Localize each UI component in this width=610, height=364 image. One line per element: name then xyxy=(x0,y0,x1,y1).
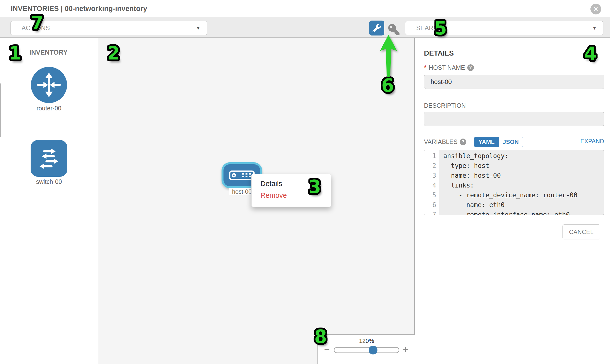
actions-dropdown-label: ACTIONS xyxy=(22,24,50,32)
zoom-slider-track[interactable] xyxy=(334,347,399,353)
key-icon xyxy=(388,24,400,35)
code-line: links: xyxy=(443,181,604,190)
palette-item-switch[interactable] xyxy=(31,140,67,177)
line-number: 3 xyxy=(424,171,439,181)
host-name-label: HOST NAME xyxy=(429,64,465,71)
inventories-topology-page: INVENTORIES | 00-networking-inventory ✕ … xyxy=(0,0,610,364)
tools-button[interactable] xyxy=(369,21,384,36)
line-number: 6 xyxy=(424,200,439,210)
node-context-menu: Details Remove xyxy=(251,174,331,207)
toolbar: ACTIONS ▼ SEARCH ▼ xyxy=(0,17,610,38)
zoom-percentage: 120% xyxy=(334,338,399,344)
zoom-out-button[interactable]: − xyxy=(324,344,329,354)
help-icon[interactable]: ? xyxy=(460,139,466,145)
line-number: 5 xyxy=(424,190,439,200)
line-number: 2 xyxy=(424,161,439,171)
code-line: ansible_topology: xyxy=(443,151,604,161)
required-asterisk: * xyxy=(424,64,427,71)
palette-item-switch-label: switch-00 xyxy=(12,178,86,185)
code-line: remote_interface_name: eth0 xyxy=(443,210,604,215)
variables-format-toggle: YAML JSON xyxy=(474,137,523,147)
chevron-down-icon: ▼ xyxy=(196,26,200,31)
line-number: 4 xyxy=(424,181,439,190)
host-node-label: host-00 xyxy=(229,188,255,195)
line-number: 7 xyxy=(424,210,439,215)
cancel-button[interactable]: CANCEL xyxy=(562,224,600,239)
details-panel: DETAILS * HOST NAME ? DESCRIPTION VARIAB… xyxy=(415,38,610,364)
zoom-slider-handle[interactable] xyxy=(369,346,377,354)
key-button[interactable] xyxy=(388,24,400,36)
sidebar-scrollbar[interactable] xyxy=(0,83,1,137)
code-line: type: host xyxy=(443,161,604,171)
line-number: 1 xyxy=(424,151,439,161)
menu-item-details[interactable]: Details xyxy=(252,178,331,189)
host-name-input[interactable] xyxy=(424,75,604,89)
details-panel-title: DETAILS xyxy=(424,49,454,57)
search-dropdown-label: SEARCH xyxy=(416,24,442,32)
palette-item-router[interactable] xyxy=(31,67,67,103)
menu-item-remove[interactable]: Remove xyxy=(252,189,331,201)
zoom-control-panel: 120% − + xyxy=(317,334,415,364)
description-label: DESCRIPTION xyxy=(424,102,466,109)
variables-code-editor[interactable]: 1 2 3 4 5 6 7 ansible_topology: type: ho… xyxy=(424,150,604,215)
code-line: - remote_device_name: router-00 xyxy=(443,190,604,200)
close-icon[interactable]: ✕ xyxy=(590,4,601,14)
host-name-label-row: * HOST NAME ? xyxy=(424,64,474,71)
expand-link[interactable]: EXPAND xyxy=(580,138,604,145)
close-glyph: ✕ xyxy=(593,6,598,13)
inventory-sidebar: INVENTORY router-00 xyxy=(0,38,98,364)
palette-item-router-label: router-00 xyxy=(12,105,86,112)
code-content[interactable]: ansible_topology: type: host name: host-… xyxy=(439,150,604,215)
zoom-in-button[interactable]: + xyxy=(403,344,408,354)
search-dropdown[interactable]: SEARCH ▼ xyxy=(405,21,603,35)
code-line: name: host-00 xyxy=(443,171,604,181)
switch-icon xyxy=(35,144,63,173)
chevron-down-icon: ▼ xyxy=(592,26,597,31)
host-icon xyxy=(229,170,255,181)
topology-canvas[interactable]: host-00 Details Remove 120% − + xyxy=(98,38,415,364)
sidebar-title: INVENTORY xyxy=(29,49,67,56)
description-input[interactable] xyxy=(424,112,604,126)
variables-label: VARIABLES xyxy=(424,138,457,145)
page-title: INVENTORIES | 00-networking-inventory xyxy=(11,0,147,17)
tab-yaml[interactable]: YAML xyxy=(474,137,499,147)
wrench-icon xyxy=(373,24,381,32)
variables-label-row: VARIABLES ? xyxy=(424,137,466,147)
code-line: name: eth0 xyxy=(443,200,604,210)
actions-dropdown[interactable]: ACTIONS ▼ xyxy=(11,21,207,35)
router-icon xyxy=(34,70,64,100)
header: INVENTORIES | 00-networking-inventory ✕ xyxy=(0,0,610,17)
code-line-numbers: 1 2 3 4 5 6 7 xyxy=(424,150,439,215)
tab-json[interactable]: JSON xyxy=(499,137,523,147)
help-icon[interactable]: ? xyxy=(467,64,474,71)
